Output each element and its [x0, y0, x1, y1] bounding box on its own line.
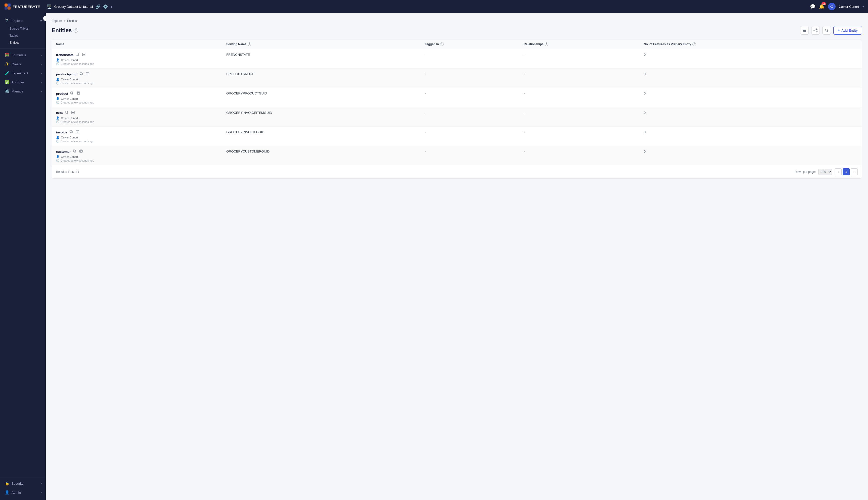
avatar[interactable]: XC: [828, 3, 836, 10]
sidebar-item-tables[interactable]: Tables: [0, 32, 46, 39]
add-entity-button[interactable]: + Add Entity: [833, 26, 862, 35]
table-row[interactable]: item 👤 Xavier Conort | 🕐 Created a few s…: [52, 107, 862, 127]
num-features-cell: 0: [640, 88, 862, 107]
sidebar-item-explore[interactable]: 🔭 Explore ▾: [0, 16, 46, 25]
svg-rect-1: [8, 3, 11, 7]
entity-time: 🕐 Created a few seconds ago: [56, 120, 218, 123]
sidebar-item-create[interactable]: ✨ Create ›: [0, 59, 46, 69]
topnav: FEATUREBYTE 🖥️ Grocery Dataset UI tutori…: [0, 0, 868, 13]
topnav-actions: 💬 🔔 12 XC Xavier Conort ▾: [810, 3, 864, 10]
experiment-icon: 🧪: [5, 71, 10, 75]
chat-icon[interactable]: 💬: [810, 4, 815, 9]
entity-time: 🕐 Created a few seconds ago: [56, 139, 218, 143]
next-page-button[interactable]: ›: [851, 168, 858, 175]
user-icon: 👤: [56, 155, 59, 158]
num-features-cell: 0: [640, 127, 862, 146]
table-header: Name Serving Name ? Tagged In: [52, 39, 862, 49]
explore-chevron-icon: ▾: [40, 19, 42, 22]
rows-per-page-label: Rows per page:: [795, 170, 816, 174]
share-icon[interactable]: 🔗: [95, 4, 101, 9]
table-row[interactable]: productgroup 👤 Xavier Conort | 🕐 Created…: [52, 69, 862, 88]
creator-name: Xavier Conort: [61, 97, 78, 100]
notifications-icon[interactable]: 🔔 12: [819, 4, 824, 9]
sidebar-item-formulate-label: Formulate: [12, 53, 26, 57]
col-tagged-in: Tagged In ?: [421, 39, 520, 49]
sidebar-item-experiment[interactable]: 🧪 Experiment ›: [0, 69, 46, 78]
table-row[interactable]: frenchstate 👤 Xavier Conort | 🕐 Created …: [52, 49, 862, 69]
graph-view-icon[interactable]: [811, 26, 820, 35]
sidebar-item-manage[interactable]: ⚙️ Manage ›: [0, 87, 46, 96]
sidebar-item-security[interactable]: 🔒 Security ›: [0, 479, 46, 488]
admin-chevron-icon: ›: [41, 491, 42, 494]
svg-rect-45: [73, 150, 76, 152]
table-view-icon[interactable]: [800, 26, 809, 35]
sidebar-item-admin[interactable]: 👤 Admin ›: [0, 488, 46, 497]
user-chevron-icon[interactable]: ▾: [863, 5, 864, 8]
settings-icon[interactable]: ⚙️: [103, 4, 108, 9]
user-icon: 👤: [56, 97, 59, 100]
entities-table: Name Serving Name ? Tagged In: [52, 39, 862, 179]
num-features-help-icon[interactable]: ?: [692, 43, 696, 46]
tagged-in-cell: -: [421, 69, 520, 88]
user-name[interactable]: Xavier Conort: [839, 5, 859, 9]
table-row[interactable]: product 👤 Xavier Conort | 🕐 Created a fe…: [52, 88, 862, 107]
svg-rect-39: [70, 130, 72, 133]
header-actions: + Add Entity: [800, 26, 862, 35]
relationships-cell: -: [520, 88, 640, 107]
view-detail-icon[interactable]: [75, 130, 80, 135]
search-icon[interactable]: [822, 26, 831, 35]
serving-name-cell: GROCERYINVOICEITEMGUID: [222, 107, 421, 127]
formulate-chevron-icon: ›: [41, 54, 42, 57]
manage-icon: ⚙️: [5, 89, 10, 93]
project-name[interactable]: Grocery Dataset UI tutorial: [54, 5, 93, 9]
copy-id-icon[interactable]: [75, 52, 80, 57]
svg-rect-3: [8, 7, 11, 10]
sidebar-item-approve[interactable]: ✅ Approve ›: [0, 78, 46, 87]
relationships-cell: -: [520, 49, 640, 69]
view-detail-icon[interactable]: [79, 149, 83, 154]
col-relationships: Relationships ?: [520, 39, 640, 49]
copy-id-icon[interactable]: [70, 91, 74, 96]
table-row[interactable]: invoice 👤 Xavier Conort | 🕐 Created a fe…: [52, 127, 862, 146]
view-detail-icon[interactable]: [71, 110, 76, 115]
col-serving-name: Serving Name ?: [222, 39, 421, 49]
breadcrumb: Explore › Entities: [52, 19, 862, 23]
page-title-help-icon[interactable]: ?: [73, 28, 78, 33]
copy-id-icon[interactable]: [64, 110, 69, 115]
table-body: frenchstate 👤 Xavier Conort | 🕐 Created …: [52, 49, 862, 165]
copy-id-icon[interactable]: [72, 149, 77, 154]
breadcrumb-explore-link[interactable]: Explore: [52, 19, 62, 23]
num-features-cell: 0: [640, 146, 862, 165]
table-row[interactable]: customer 👤 Xavier Conort | 🕐 Created a f…: [52, 146, 862, 165]
svg-point-8: [816, 29, 817, 30]
view-detail-icon[interactable]: [81, 52, 86, 57]
svg-rect-2: [4, 7, 8, 10]
sidebar-item-source-tables[interactable]: Source Tables: [0, 25, 46, 32]
creator-name: Xavier Conort: [61, 136, 78, 139]
entity-name-cell: item 👤 Xavier Conort | 🕐 Created a few s…: [52, 107, 222, 127]
project-info: 🖥️ Grocery Dataset UI tutorial 🔗 ⚙️ ▾: [47, 4, 810, 9]
chevron-down-icon[interactable]: ▾: [111, 4, 113, 9]
create-icon: ✨: [5, 62, 10, 66]
monitor-icon: 🖥️: [47, 4, 52, 9]
create-chevron-icon: ›: [41, 63, 42, 66]
sidebar-item-approve-label: Approve: [12, 80, 24, 84]
sidebar-item-entities[interactable]: Entities: [0, 39, 46, 46]
prev-page-button[interactable]: ‹: [835, 168, 842, 175]
rows-per-page-select[interactable]: 100 50 25: [818, 169, 832, 175]
formulate-icon: 🧮: [5, 53, 10, 57]
view-detail-icon[interactable]: [85, 72, 90, 77]
relationships-cell: -: [520, 127, 640, 146]
relationships-help-icon[interactable]: ?: [545, 43, 548, 46]
sidebar-item-security-label: Security: [12, 482, 23, 486]
copy-id-icon[interactable]: [79, 72, 84, 77]
current-page-button[interactable]: 1: [843, 168, 850, 175]
serving-name-cell: FRENCHSTATE: [222, 49, 421, 69]
sidebar-item-formulate[interactable]: 🧮 Formulate ›: [0, 50, 46, 59]
copy-id-icon[interactable]: [69, 130, 73, 135]
notification-badge: 12: [822, 2, 826, 5]
serving-name-help-icon[interactable]: ?: [248, 43, 251, 46]
view-detail-icon[interactable]: [76, 91, 81, 96]
svg-rect-5: [803, 30, 806, 31]
tagged-in-help-icon[interactable]: ?: [440, 43, 443, 46]
